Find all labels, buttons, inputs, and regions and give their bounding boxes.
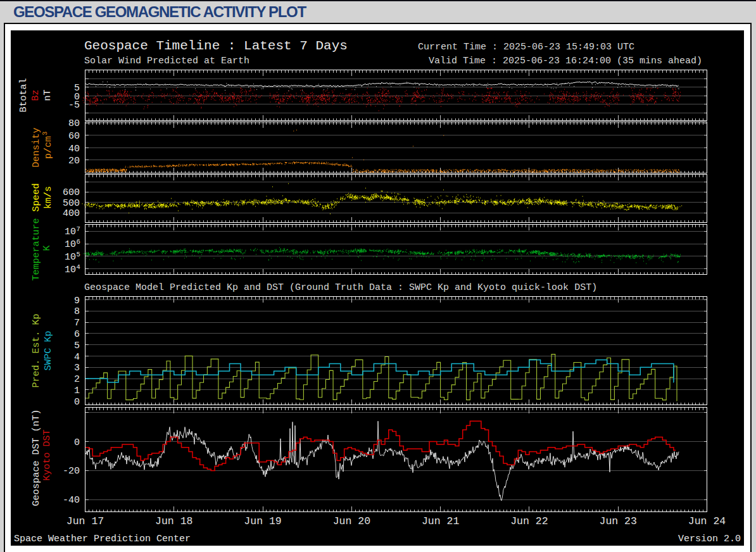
svg-text:-40: -40 [63, 495, 80, 506]
svg-text:Jun 23: Jun 23 [600, 515, 637, 527]
svg-text:8: 8 [74, 306, 80, 317]
svg-text:500: 500 [63, 198, 80, 209]
svg-text:-5: -5 [68, 100, 80, 111]
svg-text:5: 5 [77, 251, 80, 258]
svg-text:Jun 24: Jun 24 [688, 515, 726, 527]
svg-text:40: 40 [68, 144, 80, 154]
svg-text:nT: nT [42, 89, 53, 101]
svg-text:Jun 20: Jun 20 [333, 515, 370, 527]
svg-text:Jun 19: Jun 19 [244, 515, 281, 527]
svg-text:K: K [42, 245, 53, 251]
svg-text:60: 60 [68, 131, 80, 142]
svg-text:Jun 17: Jun 17 [66, 515, 104, 527]
svg-text:0: 0 [74, 397, 80, 408]
svg-text:Jun 21: Jun 21 [422, 515, 460, 527]
svg-text:Solar Wind Predicted at Earth: Solar Wind Predicted at Earth [84, 56, 249, 66]
svg-text:Density: Density [31, 127, 42, 167]
svg-text:-20: -20 [63, 466, 80, 477]
svg-text:Valid Time : 2025-06-23 16:24:: Valid Time : 2025-06-23 16:24:00 (35 min… [429, 56, 702, 66]
svg-text:80: 80 [68, 118, 80, 129]
svg-text:Bz: Bz [30, 89, 41, 101]
svg-text:Speed: Speed [31, 183, 42, 211]
svg-text:7: 7 [77, 225, 80, 233]
svg-text:Temperature: Temperature [31, 218, 42, 280]
svg-text:10: 10 [65, 265, 76, 275]
svg-text:Version 2.0: Version 2.0 [678, 534, 741, 544]
svg-text:Geospace Timeline : Latest 7 D: Geospace Timeline : Latest 7 Days [84, 39, 348, 53]
svg-text:4: 4 [74, 352, 80, 363]
svg-text:4: 4 [77, 263, 80, 271]
svg-text:10: 10 [65, 252, 76, 263]
svg-text:10: 10 [65, 227, 76, 237]
svg-text:1: 1 [74, 386, 80, 396]
svg-text:Kyoto DST: Kyoto DST [42, 429, 53, 480]
svg-text:Pred. Est. Kp: Pred. Est. Kp [31, 313, 42, 387]
svg-text:20: 20 [68, 156, 80, 166]
svg-text:SWPC Kp: SWPC Kp [43, 330, 54, 370]
svg-text:2: 2 [74, 374, 80, 385]
svg-text:6: 6 [74, 329, 80, 340]
svg-text:Jun 22: Jun 22 [510, 515, 548, 527]
svg-text:3: 3 [41, 132, 49, 135]
svg-text:0: 0 [74, 437, 80, 448]
svg-text:9: 9 [74, 296, 80, 306]
svg-text:400: 400 [63, 208, 80, 219]
svg-text:p/cm: p/cm [43, 136, 54, 159]
svg-text:Btotal: Btotal [18, 78, 29, 112]
svg-text:7: 7 [74, 318, 80, 329]
svg-text:Geospace Model Predicted Kp an: Geospace Model Predicted Kp and DST (Gro… [84, 282, 597, 293]
svg-text:Jun 18: Jun 18 [155, 515, 192, 527]
svg-text:6: 6 [77, 238, 80, 246]
svg-text:Geospace DST (nT): Geospace DST (nT) [31, 409, 42, 506]
svg-text:3: 3 [74, 363, 80, 373]
svg-text:km/s: km/s [43, 186, 54, 209]
svg-text:600: 600 [63, 187, 80, 198]
svg-text:Current Time : 2025-06-23 15:4: Current Time : 2025-06-23 15:49:03 UTC [418, 42, 634, 53]
svg-text:10: 10 [65, 239, 76, 250]
svg-text:5: 5 [74, 341, 80, 351]
svg-text:Space Weather Prediction Cente: Space Weather Prediction Center [14, 534, 191, 544]
